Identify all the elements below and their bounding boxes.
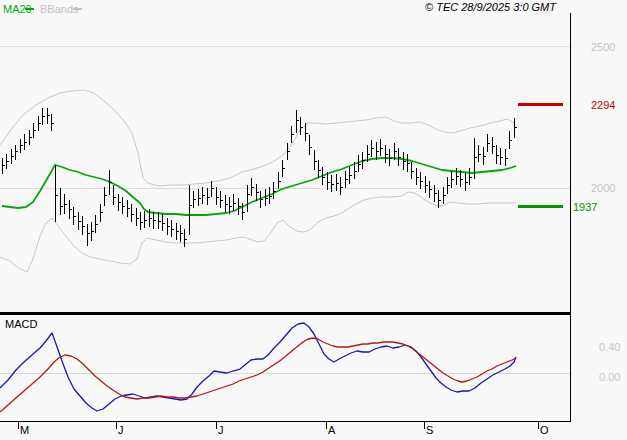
macd-axis-label-000: 0.00 bbox=[599, 371, 620, 383]
price-macd-chart bbox=[0, 0, 627, 440]
x-axis-label-jul: J bbox=[218, 424, 224, 436]
x-axis-label-jun: J bbox=[118, 424, 124, 436]
price-level-label-1937: 1937 bbox=[573, 201, 597, 213]
chart-window: MA20 BBands © TEC 28/9/2025 3:0 GMT 2500… bbox=[0, 0, 627, 440]
x-axis-label-oct: O bbox=[540, 424, 549, 436]
price-axis-label-2500: 2500 bbox=[591, 41, 615, 53]
macd-axis-label-040: 0.40 bbox=[599, 341, 620, 353]
price-level-label-2294: 2294 bbox=[591, 99, 615, 111]
x-axis-label-sep: S bbox=[426, 424, 433, 436]
x-axis-label-may: M bbox=[20, 424, 29, 436]
chart-timestamp: © TEC 28/9/2025 3:0 GMT bbox=[425, 1, 556, 13]
bbands-legend-line bbox=[73, 8, 82, 10]
x-axis-label-aug: A bbox=[328, 424, 335, 436]
macd-panel-title: MACD bbox=[5, 318, 37, 330]
price-axis-label-2000: 2000 bbox=[591, 182, 615, 194]
ma20-legend-line bbox=[25, 8, 34, 10]
